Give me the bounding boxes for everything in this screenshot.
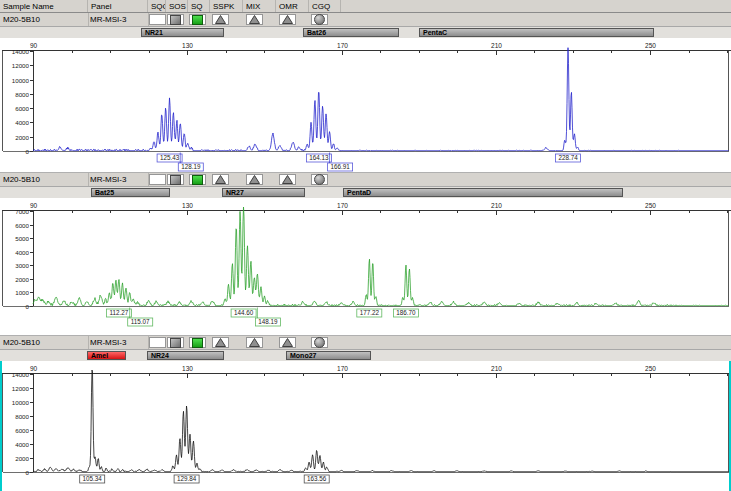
peak-size-label[interactable]: 177.22: [357, 309, 382, 317]
svg-text:166.91: 166.91: [330, 163, 350, 170]
peak-size-label[interactable]: 112.27: [106, 309, 131, 317]
svg-text:210: 210: [491, 42, 502, 49]
svg-text:210: 210: [491, 202, 502, 209]
svg-text:3000: 3000: [15, 262, 29, 269]
sspk-flag-icon[interactable]: [212, 14, 229, 25]
mix-flag-icon[interactable]: [246, 174, 263, 185]
svg-text:0: 0: [26, 469, 30, 476]
peak-size-label[interactable]: 228.74: [556, 154, 581, 162]
sos-flag-icon[interactable]: [167, 14, 184, 25]
sspk-flag-icon[interactable]: [212, 174, 229, 185]
svg-text:0: 0: [26, 148, 30, 155]
svg-text:90: 90: [30, 202, 38, 209]
plot-frame: [2, 374, 731, 473]
column-header-cgq[interactable]: CGQ: [309, 0, 341, 12]
sqo-flag-cell[interactable]: [149, 14, 166, 25]
cgq-flag-icon[interactable]: [311, 174, 328, 185]
svg-text:129.84: 129.84: [177, 475, 197, 482]
svg-text:0: 0: [26, 303, 30, 310]
sizing-quality-pass-icon[interactable]: [189, 174, 206, 185]
sqo-flag-cell[interactable]: [149, 174, 166, 185]
sos-flag-icon[interactable]: [167, 337, 184, 348]
svg-text:8000: 8000: [15, 413, 29, 420]
svg-text:128.19: 128.19: [181, 163, 201, 170]
sspk-flag-icon[interactable]: [212, 337, 229, 348]
column-header-panel[interactable]: Panel: [88, 0, 148, 12]
electropherogram-plot[interactable]: 9013017021025002000400060008000100001200…: [0, 38, 731, 172]
sphere-icon: [314, 14, 325, 25]
marker-bar-amel[interactable]: Amel: [87, 351, 126, 360]
triangle-icon: [249, 175, 260, 184]
omr-flag-icon[interactable]: [279, 337, 296, 348]
electropherogram-plot[interactable]: 9013017021025001000200030004000500060007…: [0, 198, 731, 335]
svg-text:14000: 14000: [12, 371, 30, 378]
column-header-sq[interactable]: SQ: [188, 0, 210, 12]
omr-flag-icon[interactable]: [279, 14, 296, 25]
peak-size-label[interactable]: 148.19: [255, 308, 280, 327]
peak-size-label[interactable]: 164.13: [306, 154, 331, 162]
omr-flag-icon[interactable]: [279, 174, 296, 185]
triangle-icon: [282, 15, 293, 24]
svg-text:5000: 5000: [15, 235, 29, 242]
svg-text:144.60: 144.60: [234, 309, 254, 316]
triangle-icon: [215, 175, 226, 184]
svg-text:6000: 6000: [15, 427, 29, 434]
green-square-icon: [192, 15, 203, 25]
sos-flag-icon[interactable]: [167, 174, 184, 185]
svg-text:90: 90: [30, 42, 38, 49]
svg-text:8000: 8000: [15, 91, 29, 98]
column-header-sspk[interactable]: SSPK: [210, 0, 243, 12]
svg-text:2000: 2000: [15, 276, 29, 283]
marker-bar-pentad[interactable]: PentaD: [343, 188, 623, 197]
peak-size-label[interactable]: 129.84: [174, 475, 199, 483]
mix-flag-icon[interactable]: [246, 337, 263, 348]
cgq-flag-icon[interactable]: [311, 337, 328, 348]
marker-bar-bat26[interactable]: Bat26: [303, 28, 399, 37]
electropherogram-plot[interactable]: 9013017021025002000400060008000100001200…: [0, 361, 731, 491]
peak-size-label[interactable]: 125.43: [157, 154, 182, 162]
trace-line: [33, 207, 729, 306]
svg-text:125.43: 125.43: [160, 154, 180, 161]
trace-line: [33, 48, 729, 151]
peak-size-label[interactable]: 163.56: [304, 475, 329, 483]
svg-text:164.13: 164.13: [309, 154, 329, 161]
column-header-sos[interactable]: SOS: [166, 0, 188, 12]
marker-bar-nr21[interactable]: NR21: [141, 28, 224, 37]
peak-size-label[interactable]: 105.34: [80, 475, 105, 483]
svg-text:6000: 6000: [15, 222, 29, 229]
column-header-sample-name[interactable]: Sample Name: [0, 0, 88, 12]
sample-row: M20-5B10 MR-MSI-3: [0, 336, 731, 350]
svg-text:148.19: 148.19: [258, 318, 278, 325]
svg-text:1000: 1000: [15, 289, 29, 296]
sizing-quality-pass-icon[interactable]: [189, 337, 206, 348]
genemapper-samples-plot-window: Sample NamePanelSQOSOSSQSSPKMIXOMRCGQ M2…: [0, 0, 731, 491]
svg-text:115.07: 115.07: [131, 318, 150, 325]
box-icon: [170, 15, 181, 25]
svg-text:90: 90: [30, 365, 38, 372]
svg-text:170: 170: [337, 365, 348, 372]
marker-bar-nr27[interactable]: NR27: [222, 188, 305, 197]
triangle-icon: [282, 175, 293, 184]
sqo-flag-cell[interactable]: [149, 337, 166, 348]
marker-bar-bat25[interactable]: Bat25: [91, 188, 170, 197]
triangle-icon: [282, 338, 293, 347]
plot-frame: [2, 211, 731, 307]
marker-bar-nr24[interactable]: NR24: [147, 351, 224, 360]
sample-row: M20-5B10 MR-MSI-3: [0, 13, 731, 27]
sphere-icon: [314, 174, 325, 185]
svg-text:250: 250: [645, 202, 656, 209]
column-header-sqo[interactable]: SQO: [148, 0, 166, 12]
svg-text:250: 250: [645, 42, 656, 49]
marker-bar-mono27[interactable]: Mono27: [286, 351, 371, 360]
marker-row: AmelNR24Mono27: [0, 350, 731, 361]
svg-text:6000: 6000: [15, 105, 29, 112]
peak-size-label[interactable]: 186.70: [393, 309, 418, 317]
peak-size-label[interactable]: 144.60: [231, 309, 256, 317]
column-header-omr[interactable]: OMR: [276, 0, 309, 12]
sizing-quality-pass-icon[interactable]: [189, 14, 206, 25]
marker-bar-pentac[interactable]: PentaC: [419, 28, 654, 37]
column-header-mix[interactable]: MIX: [243, 0, 276, 12]
svg-text:112.27: 112.27: [109, 309, 128, 316]
cgq-flag-icon[interactable]: [311, 14, 328, 25]
mix-flag-icon[interactable]: [246, 14, 263, 25]
